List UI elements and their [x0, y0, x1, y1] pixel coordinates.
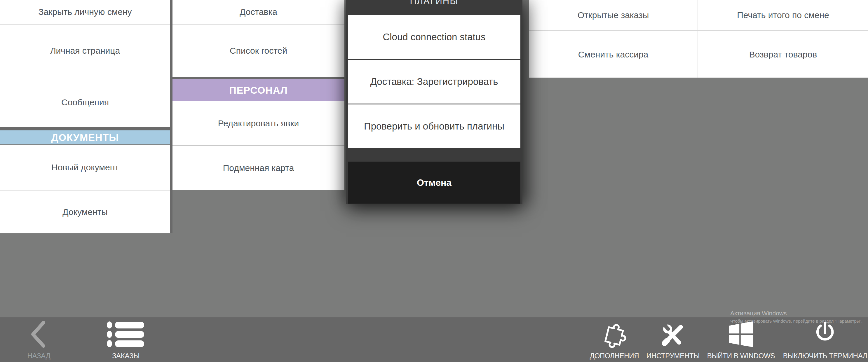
button-change-cashier[interactable]: Сменить кассира [529, 31, 698, 77]
nav-label: ЗАКАЗЫ [112, 352, 140, 360]
nav-label: ДОПОЛНЕНИЯ [590, 352, 639, 360]
button-label: Сообщения [61, 97, 109, 107]
orders-list-icon [106, 321, 145, 348]
button-personal-page[interactable]: Личная страница [0, 25, 170, 77]
nav-label: НАЗАД [27, 352, 50, 360]
button-close-personal-shift[interactable]: Закрыть личную смену [0, 0, 170, 24]
nav-shutdown-terminal[interactable]: ВЫКЛЮЧИТЬ ТЕРМИНАЛ [783, 321, 867, 360]
button-delivery[interactable]: Доставка [173, 0, 344, 24]
windows-logo-icon [727, 321, 754, 348]
group-header-label: ДОКУМЕНТЫ [51, 132, 119, 143]
group-gap [0, 127, 170, 130]
nav-orders[interactable]: ЗАКАЗЫ [106, 321, 145, 360]
column-gap [170, 0, 173, 233]
menu-columns-right: Открытые заказы Сменить кассира Печать и… [529, 0, 868, 77]
button-label: Список гостей [230, 46, 287, 56]
button-print-shift-total[interactable]: Печать итого по смене [698, 0, 868, 30]
back-chevron-icon [27, 321, 51, 348]
option-label: Cloud connection status [383, 32, 485, 42]
plugins-dialog: ПЛАГИНЫ Cloud connection status Доставка… [346, 0, 522, 204]
pos-extra-operations-screen: Закрыть личную смену Личная страница Соо… [0, 0, 868, 362]
plugins-dialog-title: ПЛАГИНЫ [346, 0, 522, 6]
button-new-document[interactable]: Новый документ [0, 145, 170, 190]
option-delivery-register[interactable]: Доставка: Зарегистрировать [348, 60, 520, 104]
menu-column-4: Печать итого по смене Возврат товаров [698, 0, 868, 77]
button-label: Закрыть личную смену [38, 7, 132, 17]
cancel-button[interactable]: Отмена [348, 162, 520, 204]
option-label: Проверить и обновить плагины [364, 121, 504, 132]
group-gap [173, 77, 344, 79]
button-label: Возврат товаров [749, 50, 817, 60]
button-label: Подменная карта [223, 163, 294, 173]
group-header-label: ПЕРСОНАЛ [229, 85, 287, 96]
tools-wrench-screwdriver-icon [659, 321, 687, 348]
button-edit-attendance[interactable]: Редактировать явки [173, 101, 344, 145]
nav-addons[interactable]: ДОПОЛНЕНИЯ [590, 321, 639, 360]
windows-activation-watermark-line2: Чтобы активировать Windows, перейдите в … [730, 319, 863, 324]
plugins-options-panel: Cloud connection status Доставка: Зареги… [348, 15, 520, 148]
button-label: Личная страница [50, 46, 120, 56]
documents-group-header: ДОКУМЕНТЫ [0, 130, 170, 144]
button-label: Печать итого по смене [737, 10, 829, 20]
button-label: Сменить кассира [578, 50, 649, 60]
nav-label: ВЫЙТИ В WINDOWS [707, 352, 775, 360]
nav-tools[interactable]: ИНСТРУМЕНТЫ [647, 321, 700, 360]
nav-label: ВЫКЛЮЧИТЬ ТЕРМИНАЛ [783, 352, 867, 360]
button-label: Редактировать явки [218, 119, 299, 128]
option-label: Доставка: Зарегистрировать [370, 76, 498, 87]
button-guest-list[interactable]: Список гостей [173, 25, 344, 77]
cancel-label: Отмена [417, 177, 452, 188]
menu-column-3: Открытые заказы Сменить кассира [529, 0, 698, 77]
button-documents[interactable]: Документы [0, 191, 170, 233]
button-label: Доставка [240, 7, 277, 17]
button-return-goods[interactable]: Возврат товаров [698, 31, 868, 77]
button-replacement-card[interactable]: Подменная карта [173, 146, 344, 190]
button-label: Новый документ [51, 162, 119, 172]
staff-group-header: ПЕРСОНАЛ [173, 79, 344, 101]
nav-label: ИНСТРУМЕНТЫ [647, 352, 700, 360]
button-label: Документы [62, 207, 108, 217]
option-check-update-plugins[interactable]: Проверить и обновить плагины [348, 104, 520, 148]
button-open-orders[interactable]: Открытые заказы [529, 0, 698, 30]
option-cloud-connection-status[interactable]: Cloud connection status [348, 15, 520, 59]
nav-exit-to-windows[interactable]: ВЫЙТИ В WINDOWS [707, 321, 775, 360]
menu-column-2: Доставка Список гостей ПЕРСОНАЛ Редактир… [173, 0, 344, 190]
power-icon [812, 321, 839, 348]
puzzle-piece-icon [600, 321, 628, 348]
menu-column-1: Закрыть личную смену Личная страница Соо… [0, 0, 170, 233]
windows-activation-watermark-line1: Активация Windows [730, 310, 787, 317]
button-label: Открытые заказы [578, 10, 649, 20]
nav-back[interactable]: НАЗАД [27, 321, 51, 360]
bottom-navigation-bar: НАЗАД ЗАКАЗЫ [0, 317, 868, 362]
button-messages[interactable]: Сообщения [0, 77, 170, 127]
